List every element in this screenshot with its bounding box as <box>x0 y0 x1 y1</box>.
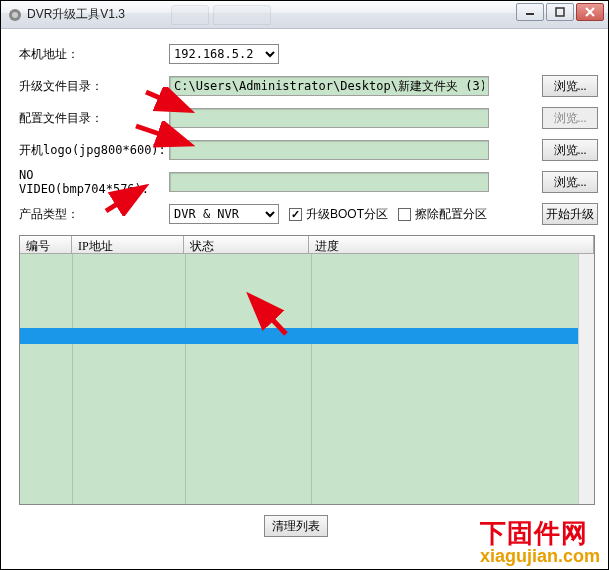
minimize-button[interactable] <box>516 3 544 21</box>
config-dir-label: 配置文件目录： <box>19 110 169 127</box>
browse-button-1[interactable]: 浏览... <box>542 75 598 97</box>
svg-point-1 <box>12 12 18 18</box>
product-select[interactable]: DVR & NVR <box>169 204 279 224</box>
browse-button-4[interactable]: 浏览... <box>542 171 598 193</box>
watermark-text-cn: 下固件网 <box>480 521 600 547</box>
content-area: 本机地址： 192.168.5.2 升级文件目录： 浏览... 配置文件目录： … <box>1 29 608 569</box>
th-progress[interactable]: 进度 <box>309 236 594 254</box>
product-label: 产品类型： <box>19 206 169 223</box>
watermark: 下固件网 xiagujian.com <box>480 521 600 565</box>
th-ip[interactable]: IP地址 <box>72 236 184 254</box>
clear-list-button[interactable]: 清理列表 <box>264 515 328 537</box>
titlebar: DVR升级工具V1.3 <box>1 1 608 29</box>
upgrade-dir-input[interactable] <box>169 76 489 96</box>
device-table: 编号 IP地址 状态 进度 <box>19 235 595 505</box>
erase-config-checkbox[interactable] <box>398 208 411 221</box>
config-dir-input[interactable] <box>169 108 489 128</box>
browse-button-2: 浏览... <box>542 107 598 129</box>
browse-button-3[interactable]: 浏览... <box>542 139 598 161</box>
window-title: DVR升级工具V1.3 <box>27 6 125 23</box>
logo-label: 开机logo(jpg800*600): <box>19 142 169 159</box>
start-upgrade-button[interactable]: 开始升级 <box>542 203 598 225</box>
watermark-text-en: xiagujian.com <box>480 547 600 565</box>
th-number[interactable]: 编号 <box>20 236 72 254</box>
maximize-button[interactable] <box>546 3 574 21</box>
upgrade-dir-label: 升级文件目录： <box>19 78 169 95</box>
svg-rect-3 <box>556 8 564 16</box>
table-header: 编号 IP地址 状态 进度 <box>20 236 594 254</box>
local-addr-label: 本机地址： <box>19 46 169 63</box>
logo-input[interactable] <box>169 140 489 160</box>
th-status[interactable]: 状态 <box>184 236 309 254</box>
table-body[interactable] <box>20 254 594 504</box>
upgrade-boot-checkbox[interactable] <box>289 208 302 221</box>
upgrade-boot-label: 升级BOOT分区 <box>306 206 388 223</box>
novideo-label: NO VIDEO(bmp704*576): <box>19 168 169 196</box>
local-addr-select[interactable]: 192.168.5.2 <box>169 44 279 64</box>
erase-config-label: 擦除配置分区 <box>415 206 487 223</box>
novideo-input[interactable] <box>169 172 489 192</box>
background-tabs <box>171 1 271 29</box>
app-icon <box>7 7 23 23</box>
close-button[interactable] <box>576 3 604 21</box>
selected-row[interactable] <box>20 328 578 344</box>
vertical-scrollbar[interactable] <box>578 254 594 504</box>
